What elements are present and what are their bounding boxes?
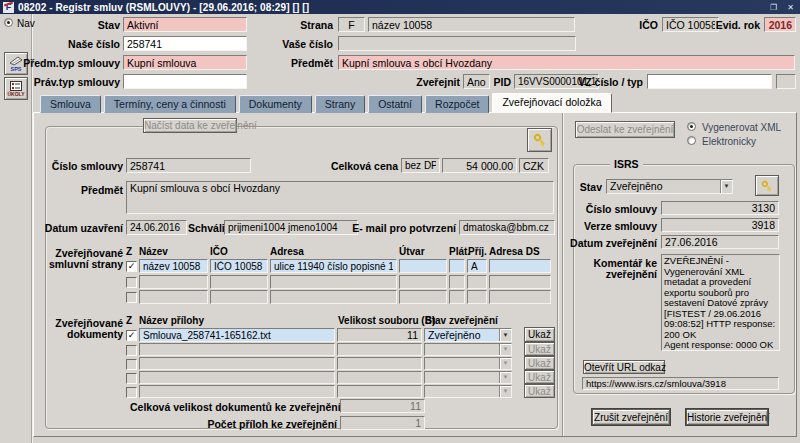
strany-header-plat: Plát. — [449, 246, 470, 257]
dokumenty-row5-stav-dropdown[interactable]: ▼ — [424, 385, 512, 398]
elektronicky-radio[interactable] — [687, 136, 696, 145]
zverejnit-field[interactable] — [463, 74, 490, 89]
tab-rozpocet[interactable]: Rozpočet — [425, 95, 489, 113]
load-publish-data-button[interactable]: Načíst data ke zveřejnění — [143, 118, 237, 133]
strany-row3-utvar[interactable] — [399, 290, 447, 304]
dokumenty-row2-stav-dropdown[interactable]: ▼ — [424, 343, 512, 356]
dokumenty-row2-nazev[interactable] — [139, 343, 335, 356]
dokumenty-row1-checkbox[interactable]: ✓ — [126, 330, 137, 341]
dokumenty-row2-velikost[interactable] — [337, 343, 422, 356]
strany-row3-adresa-ds[interactable] — [489, 290, 551, 304]
strany-row3-ico[interactable] — [210, 290, 268, 304]
vygenerovat-xml-label: Vygenerovat XML — [702, 122, 781, 133]
strany-row1-utvar[interactable] — [399, 259, 447, 273]
strany-row2-plat[interactable] — [449, 275, 465, 289]
vygenerovat-xml-radio[interactable] — [687, 122, 696, 131]
strany-row2-adresa[interactable] — [270, 275, 397, 289]
strany-row3-adresa[interactable] — [270, 290, 397, 304]
strany-row1-prij[interactable] — [467, 259, 487, 273]
isrs-verze-field[interactable] — [661, 218, 779, 232]
ukaz-button-3[interactable]: Ukaž — [524, 356, 555, 370]
evid-rok-field[interactable] — [764, 17, 796, 32]
isrs-key-button[interactable] — [755, 175, 779, 196]
strany-row2-nazev[interactable] — [139, 275, 208, 289]
predmet-textarea[interactable]: Kupní smlouva s obcí Hvozdany — [126, 181, 554, 214]
isrs-verze-label: Verze smlouvy — [578, 220, 657, 232]
strany-row1-adresa-ds[interactable] — [489, 259, 551, 273]
strany-row3-prij[interactable] — [467, 290, 487, 304]
vz-type-field[interactable] — [776, 74, 796, 89]
email-field[interactable] — [459, 220, 555, 235]
tab-zverejnovaci-dolozka[interactable]: Zveřejňovací doložka — [492, 93, 611, 113]
dokumenty-row2-checkbox[interactable] — [126, 345, 137, 356]
nav-radio[interactable] — [4, 18, 13, 27]
dokumenty-row5-velikost[interactable] — [337, 385, 422, 398]
dokumenty-row1-velikost[interactable] — [337, 328, 422, 342]
predmet-header-field[interactable] — [338, 55, 795, 70]
tab-bar: Smlouva Termíny, ceny a činnosti Dokumen… — [40, 93, 612, 113]
tab-ostatni[interactable]: Ostatní — [368, 95, 422, 113]
ukaz-button-2[interactable]: Ukaž — [524, 342, 555, 356]
odeslat-ke-zverejneni-button[interactable]: Odeslat ke zveřejnění — [575, 121, 675, 138]
pocet-priloh-field[interactable] — [340, 416, 425, 430]
dokumenty-row5-nazev[interactable] — [139, 385, 335, 398]
tab-terminy[interactable]: Termíny, ceny a činnosti — [104, 95, 236, 113]
vase-cislo-field[interactable] — [338, 36, 576, 51]
strany-row1-adresa[interactable] — [270, 259, 397, 273]
otevrit-url-button[interactable]: Otevřít URL odkaz — [583, 360, 665, 374]
restore-window-icon[interactable]: ❐ — [767, 2, 780, 13]
ukaz-button-1[interactable]: Ukaž — [524, 327, 555, 342]
predm-typ-field[interactable] — [123, 55, 247, 70]
strany-row1-ico[interactable] — [210, 259, 268, 273]
stav-field[interactable] — [123, 17, 247, 32]
strany-row1-plat[interactable] — [449, 259, 465, 273]
close-window-icon[interactable]: ✕ — [784, 2, 797, 13]
strany-row1-checkbox[interactable]: ✓ — [126, 261, 137, 272]
strany-row3-plat[interactable] — [449, 290, 465, 304]
tab-smlouva[interactable]: Smlouva — [40, 95, 101, 113]
prav-typ-field[interactable] — [123, 74, 247, 89]
dokumenty-row4-checkbox[interactable] — [126, 373, 137, 384]
cena-dph-field[interactable] — [401, 158, 440, 173]
main-key-button[interactable] — [527, 128, 552, 152]
dokumenty-row1-stav-dropdown[interactable]: Zveřejněno▼ — [424, 328, 512, 342]
dokumenty-row3-nazev[interactable] — [139, 357, 335, 370]
zrusit-zverejneni-button[interactable]: Zrušit zveřejnění — [592, 409, 670, 425]
tab-strany[interactable]: Strany — [315, 95, 365, 113]
strany-row3-nazev[interactable] — [139, 290, 208, 304]
nase-cislo-field[interactable] — [123, 36, 247, 51]
strany-row2-utvar[interactable] — [399, 275, 447, 289]
ukaz-button-5[interactable]: Ukaž — [524, 384, 555, 398]
vz-field[interactable] — [647, 74, 772, 89]
dokumenty-row3-velikost[interactable] — [337, 357, 422, 370]
isrs-cislo-field[interactable] — [661, 201, 779, 215]
dokumenty-row5-checkbox[interactable] — [126, 387, 137, 398]
dokumenty-row3-checkbox[interactable] — [126, 359, 137, 370]
dokumenty-row4-stav-dropdown[interactable]: ▼ — [424, 371, 512, 384]
isrs-datum-field[interactable] — [661, 235, 779, 249]
strany-row2-prij[interactable] — [467, 275, 487, 289]
dokumenty-row4-velikost[interactable] — [337, 371, 422, 384]
cislo-smlouvy-field[interactable] — [126, 158, 251, 173]
strany-row1-nazev[interactable] — [139, 259, 208, 273]
dokumenty-row1-nazev[interactable] — [139, 328, 335, 342]
ukaz-button-4[interactable]: Ukaž — [524, 370, 555, 384]
strana-name-field[interactable] — [368, 17, 575, 32]
cena-field[interactable] — [442, 158, 517, 173]
tab-dokumenty[interactable]: Dokumenty — [239, 95, 312, 113]
historie-zverejneni-button[interactable]: Historie zveřejnění — [686, 409, 768, 425]
dokumenty-row4-nazev[interactable] — [139, 371, 335, 384]
cena-mena-field[interactable] — [519, 158, 549, 173]
strany-row2-checkbox[interactable] — [126, 277, 137, 288]
strany-row2-ico[interactable] — [210, 275, 268, 289]
dokumenty-row3-stav-dropdown[interactable]: ▼ — [424, 357, 512, 370]
isrs-komentar-textarea[interactable]: ZVEŘEJNĚNÍ - Vygenerování XML metadat a … — [661, 254, 780, 351]
strany-row2-adresa-ds[interactable] — [489, 275, 551, 289]
isrs-url-field[interactable] — [582, 377, 779, 390]
schvalil-field[interactable] — [224, 220, 358, 235]
strany-row3-checkbox[interactable] — [126, 292, 137, 303]
datum-uzavreni-field[interactable] — [126, 220, 187, 235]
isrs-stav-dropdown[interactable]: Zveřejněno▼ — [606, 179, 733, 194]
strana-code-field[interactable] — [338, 17, 365, 32]
celkova-velikost-field[interactable] — [340, 399, 425, 413]
